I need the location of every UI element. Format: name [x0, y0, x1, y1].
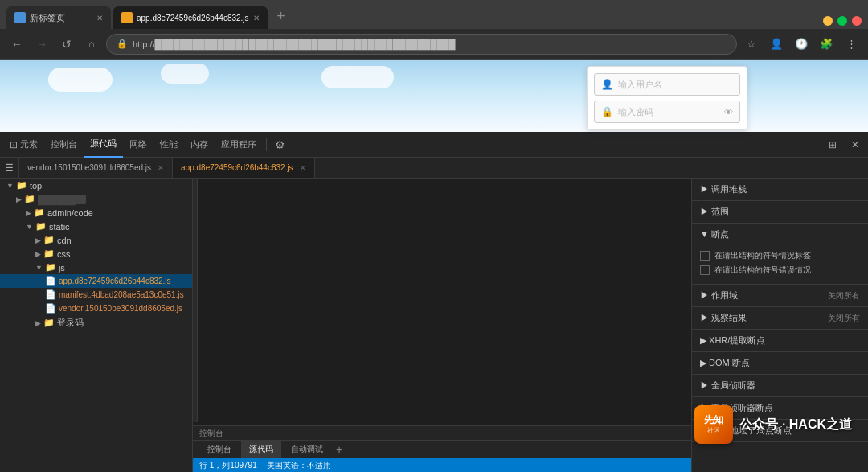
file-tab-2-close[interactable]: ✕	[300, 164, 306, 172]
devtools-tab-network[interactable]: 网络	[123, 132, 154, 158]
checkbox-2[interactable]	[700, 265, 710, 275]
devtools-settings[interactable]: ⚙	[270, 135, 289, 154]
section-global-header[interactable]: ▶ 全局侦听器	[692, 375, 868, 396]
devtools-tab-memory[interactable]: 内存	[184, 132, 215, 158]
devtools-tab-performance[interactable]: 性能	[154, 132, 184, 158]
close-button[interactable]	[852, 16, 862, 26]
devtools-tab-elements[interactable]: ⊡ 元素	[3, 132, 44, 158]
section-dom-header[interactable]: ▶ DOM 断点	[692, 352, 868, 374]
devtools-dock[interactable]: ⊞	[823, 135, 842, 154]
eye-icon[interactable]: 👁	[724, 107, 733, 117]
tree-item-css[interactable]: ▶ 📁 css	[0, 247, 192, 261]
bottom-tab-autodebug[interactable]: 自动调试	[283, 441, 331, 458]
tree-item-qr[interactable]: ▶ 📁 登录码	[0, 315, 192, 330]
account-button[interactable]: 👤	[766, 34, 787, 55]
browser-tab-2[interactable]: app.d8e72459c6d26b44c832.js ✕	[113, 6, 268, 29]
folder-arrow3: ▶	[26, 209, 31, 217]
username-field[interactable]: 👤 输入用户名	[594, 73, 740, 96]
section-xhr-header[interactable]: ▶ XHR/提取断点	[692, 330, 868, 351]
tab1-close[interactable]: ✕	[96, 14, 103, 23]
file-tab-2[interactable]: app.d8e72459c6d26b44c832.js ✕	[173, 158, 315, 179]
tree-item-manifestjs[interactable]: 📄 manifest.4dbad208ae5a13c0e51.js	[0, 288, 192, 302]
new-tab-button[interactable]: +	[270, 5, 293, 27]
tree-item-static[interactable]: ▼ 📁 static	[0, 220, 192, 233]
add-tab-button[interactable]: +	[336, 443, 342, 456]
watermark-text: 公众号 · HACK之道	[739, 417, 852, 433]
extensions-button[interactable]: 🧩	[816, 34, 837, 55]
file-tree-toggle[interactable]: ☰	[0, 158, 19, 179]
folder-icon3: 📁	[34, 207, 45, 218]
folder-arrow7: ▼	[35, 264, 43, 272]
tab-bar: 新标签页 ✕ app.d8e72459c6d26b44c832.js ✕ +	[0, 0, 868, 29]
tree-item-cdn[interactable]: ▶ 📁 cdn	[0, 233, 192, 247]
section-watchexpr-header[interactable]: ▶ 观察结果 关闭所有	[692, 307, 868, 329]
section-callstack-header[interactable]: ▶ 调用堆栈	[692, 179, 868, 200]
devtools-tab-application[interactable]: 应用程序	[215, 132, 263, 158]
browser-tab-1[interactable]: 新标签页 ✕	[6, 6, 111, 29]
bottom-tab-console[interactable]: 控制台	[199, 441, 240, 458]
file-tab-1[interactable]: vendor.150150be3091dd8605ed.js ✕	[19, 158, 173, 179]
tree-label-static: static	[49, 222, 70, 232]
devtools-toolbar: ⊡ 元素 控制台 源代码 网络 性能 内存 应用程序 ⚙ ⊞ ✕	[0, 132, 868, 158]
folder-arrow6: ▶	[35, 250, 41, 258]
file-tree: ▼ 📁 top ▶ 📁 ██████ ▶ 📁 admin/code	[0, 179, 193, 472]
tree-label-vendorjs: vendor.150150be3091dd8605ed.js	[59, 304, 182, 313]
menu-button[interactable]: ⋮	[841, 34, 862, 55]
devtools-close[interactable]: ✕	[845, 135, 865, 154]
section-scope2-header[interactable]: ▶ 作用域 关闭所有	[692, 285, 868, 306]
checkbox-1[interactable]	[700, 251, 710, 261]
history-button[interactable]: 🕐	[791, 34, 812, 55]
folder-icon7: 📁	[45, 262, 56, 273]
section-breakpoints-header[interactable]: ▼ 断点	[692, 224, 868, 245]
breakpoint-label-2: 在请出结构的符号错误情况	[714, 265, 811, 276]
tab2-close[interactable]: ✕	[253, 14, 260, 23]
section-scope: ▶ 范围	[692, 201, 868, 224]
tree-item-vendorjs[interactable]: 📄 vendor.150150be3091dd8605ed.js	[0, 302, 192, 315]
address-input[interactable]: 🔒 http://███████████████████████████████…	[106, 34, 737, 55]
watch-close-all[interactable]: 关闭所有	[828, 313, 860, 324]
console-label: 控制台	[199, 428, 223, 439]
file-icon-manifest: 📄	[45, 289, 56, 300]
status-encoding: 美国英语：不适用	[267, 460, 331, 471]
devtools-tab-sources[interactable]: 源代码	[84, 132, 123, 158]
password-field[interactable]: 🔒 输入密码 👁	[594, 101, 740, 123]
star-button[interactable]: ☆	[741, 34, 762, 55]
tree-label-css: css	[57, 249, 71, 259]
breakpoint-item-2[interactable]: 在请出结构的符号错误情况	[700, 263, 860, 277]
file-tab-1-close[interactable]: ✕	[158, 164, 164, 172]
address-bar-row: ← → ↺ ⌂ 🔒 http://███████████████████████…	[0, 29, 868, 60]
status-position: 行 1，列109791	[199, 460, 257, 471]
cloud-3	[321, 66, 394, 88]
back-button[interactable]: ←	[6, 34, 27, 55]
bottom-tab-sources[interactable]: 源代码	[241, 441, 281, 458]
home-button[interactable]: ⌂	[81, 34, 102, 55]
status-bar: 行 1，列109791 美国英语：不适用	[193, 458, 691, 472]
refresh-button[interactable]: ↺	[56, 34, 77, 55]
section-breakpoints: ▼ 断点 在请出结构的符号情况标签 在请出结构的符号错误情况	[692, 224, 868, 285]
watermark-logo: 先知 社区	[694, 405, 733, 444]
breakpoint-label-1: 在请出结构的符号情况标签	[714, 250, 811, 261]
minimize-button[interactable]	[823, 16, 833, 26]
tree-item-js[interactable]: ▼ 📁 js	[0, 261, 192, 274]
section-xhr: ▶ XHR/提取断点	[692, 330, 868, 352]
forward-button[interactable]: →	[31, 34, 52, 55]
maximize-button[interactable]	[837, 16, 847, 26]
tree-item-hidden[interactable]: ▶ 📁 ██████	[0, 192, 192, 206]
scope-close-all[interactable]: 关闭所有	[828, 290, 860, 302]
left-panel: ▼ 📁 top ▶ 📁 ██████ ▶ 📁 admin/code	[0, 179, 691, 472]
breakpoint-item-1[interactable]: 在请出结构的符号情况标签	[700, 248, 860, 263]
tab1-label: 新标签页	[30, 12, 65, 24]
username-placeholder: 输入用户名	[618, 79, 662, 91]
tree-item-appjs[interactable]: 📄 app.d8e72459c6d26b44c832.js	[0, 274, 192, 288]
tab2-favicon	[121, 12, 133, 23]
tree-label-qr: 登录码	[57, 317, 84, 329]
login-form: 👤 输入用户名 🔒 输入密码 👁	[587, 66, 747, 130]
folder-arrow4: ▼	[26, 223, 33, 231]
toolbar-separator	[266, 138, 267, 151]
devtools-tab-console[interactable]: 控制台	[44, 132, 84, 158]
tree-item-admincode[interactable]: ▶ 📁 admin/code	[0, 206, 192, 220]
password-placeholder: 输入密码	[618, 106, 724, 118]
section-scope-header[interactable]: ▶ 范围	[692, 201, 868, 223]
tree-item-top[interactable]: ▼ 📁 top	[0, 179, 192, 192]
browser-window-controls	[823, 16, 862, 26]
